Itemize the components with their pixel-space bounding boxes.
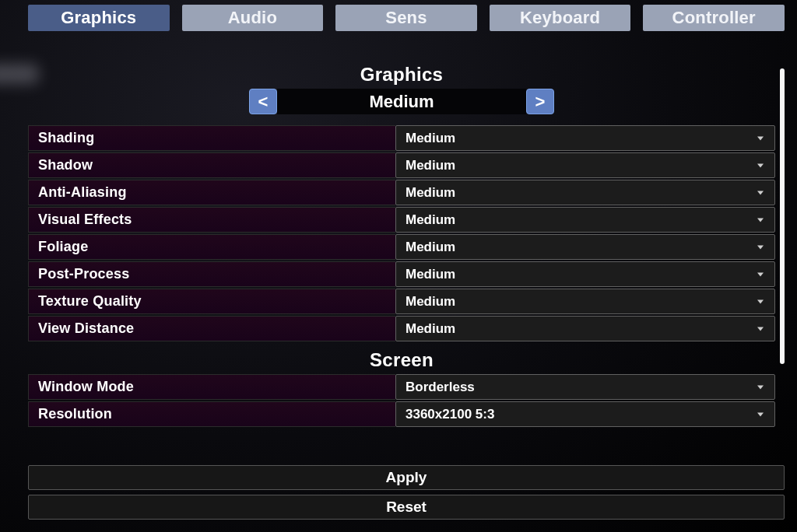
setting-dropdown-window-mode[interactable]: Borderless	[395, 374, 775, 400]
setting-label: Anti-Aliasing	[28, 180, 395, 205]
chevron-down-icon	[757, 218, 764, 222]
chevron-down-icon	[757, 327, 764, 331]
setting-label: View Distance	[28, 316, 395, 341]
setting-label: Post-Process	[28, 261, 395, 287]
dropdown-value: Medium	[406, 267, 455, 282]
section-title-screen: Screen	[28, 349, 775, 371]
chevron-down-icon	[757, 191, 764, 194]
apply-button[interactable]: Apply	[28, 465, 785, 490]
settings-panel: Graphics < Medium > Shading Medium Shado…	[28, 64, 775, 448]
setting-label: Shadow	[28, 152, 395, 178]
setting-label: Resolution	[28, 401, 395, 427]
dropdown-value: Medium	[406, 321, 455, 336]
chevron-down-icon	[757, 245, 764, 249]
setting-dropdown-view-distance[interactable]: Medium	[395, 316, 775, 341]
setting-label: Shading	[28, 125, 395, 151]
setting-row-resolution: Resolution 3360x2100 5:3	[28, 401, 775, 427]
setting-row-shading: Shading Medium	[28, 125, 775, 151]
preset-next-button[interactable]: >	[526, 89, 554, 114]
tab-keyboard[interactable]: Keyboard	[490, 5, 631, 31]
setting-row-foliage: Foliage Medium	[28, 234, 775, 260]
tab-bar: Graphics Audio Sens Keyboard Controller	[28, 5, 785, 31]
tab-graphics[interactable]: Graphics	[28, 5, 170, 31]
dropdown-value: Medium	[406, 131, 455, 145]
setting-dropdown-resolution[interactable]: 3360x2100 5:3	[395, 401, 775, 427]
tab-sens[interactable]: Sens	[335, 5, 477, 31]
dropdown-value: Medium	[406, 294, 455, 309]
setting-label: Visual Effects	[28, 207, 395, 233]
setting-row-view-distance: View Distance Medium	[28, 316, 775, 341]
section-title-graphics: Graphics	[28, 64, 775, 86]
footer-buttons: Apply Reset	[28, 465, 785, 520]
graphics-settings-list: Shading Medium Shadow Medium Anti-Aliasi…	[28, 125, 775, 341]
setting-dropdown-shadow[interactable]: Medium	[395, 152, 775, 178]
preset-selector: < Medium >	[28, 89, 775, 114]
setting-row-texture-quality: Texture Quality Medium	[28, 289, 775, 314]
tab-audio[interactable]: Audio	[182, 5, 324, 31]
setting-dropdown-foliage[interactable]: Medium	[395, 234, 775, 260]
dropdown-value: Medium	[406, 185, 455, 200]
setting-dropdown-post-process[interactable]: Medium	[395, 261, 775, 287]
tab-controller[interactable]: Controller	[643, 5, 785, 31]
setting-label: Texture Quality	[28, 289, 395, 314]
setting-row-anti-aliasing: Anti-Aliasing Medium	[28, 180, 775, 205]
setting-label: Window Mode	[28, 374, 395, 400]
dropdown-value: Medium	[406, 158, 455, 173]
preset-value: Medium	[277, 89, 526, 114]
setting-dropdown-anti-aliasing[interactable]: Medium	[395, 180, 775, 205]
setting-row-visual-effects: Visual Effects Medium	[28, 207, 775, 233]
reset-button[interactable]: Reset	[28, 495, 785, 520]
dropdown-value: Borderless	[406, 380, 475, 394]
setting-dropdown-texture-quality[interactable]: Medium	[395, 289, 775, 314]
dropdown-value: Medium	[406, 240, 455, 254]
setting-row-post-process: Post-Process Medium	[28, 261, 775, 287]
setting-dropdown-shading[interactable]: Medium	[395, 125, 775, 151]
chevron-down-icon	[757, 272, 764, 276]
chevron-down-icon	[757, 136, 764, 140]
chevron-down-icon	[757, 385, 764, 389]
preset-prev-button[interactable]: <	[249, 89, 277, 114]
screen-settings-list: Window Mode Borderless Resolution 3360x2…	[28, 374, 775, 427]
dropdown-value: 3360x2100 5:3	[406, 407, 494, 422]
chevron-down-icon	[757, 299, 764, 303]
scrollbar[interactable]	[780, 68, 785, 364]
dropdown-value: Medium	[406, 212, 455, 227]
chevron-down-icon	[757, 163, 764, 167]
setting-dropdown-visual-effects[interactable]: Medium	[395, 207, 775, 233]
setting-label: Foliage	[28, 234, 395, 260]
setting-row-window-mode: Window Mode Borderless	[28, 374, 775, 400]
setting-row-shadow: Shadow Medium	[28, 152, 775, 178]
chevron-down-icon	[757, 412, 764, 416]
